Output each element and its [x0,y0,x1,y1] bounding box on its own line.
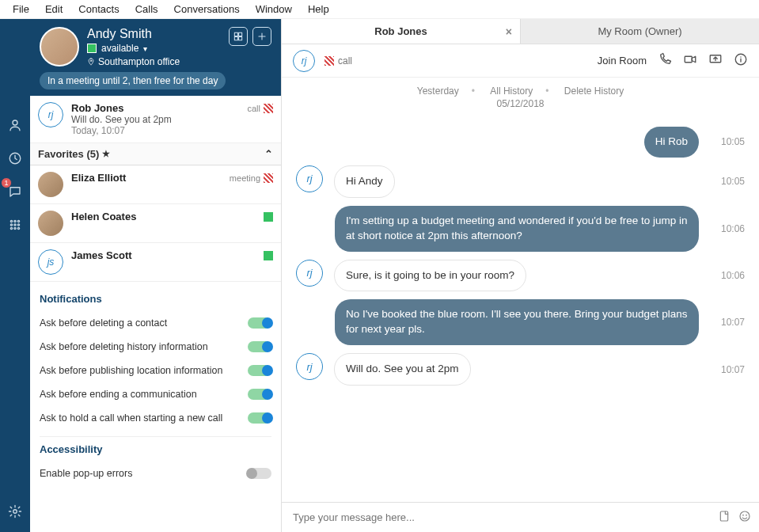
svg-point-5 [10,224,12,226]
toggle-switch[interactable] [248,389,271,400]
emoji-icon[interactable] [738,510,751,525]
contact-name: Helen Coates [71,211,136,222]
tab-label: Rob Jones [374,25,427,37]
close-icon[interactable]: × [506,25,512,38]
user-name: Andy Smith [87,27,229,41]
profile-block: Andy Smith available ▾ Southampton offic… [30,19,281,96]
svg-point-12 [90,60,92,62]
tab[interactable]: My Room (Owner) [520,19,759,44]
tab-bar: Rob Jones×My Room (Owner) [282,19,759,44]
chat-toolbar: rj call Join Room [282,44,759,78]
setting-row: Ask to hold a call when starting a new c… [40,406,271,430]
message-row: 10:07rjWill do. See you at 2pm10:07 [296,353,745,386]
svg-point-4 [17,220,19,222]
user-location: Southampton office [87,56,229,67]
star-icon: ★ [102,149,110,159]
nav-rail: 1 [0,19,30,532]
side-panel: Andy Smith available ▾ Southampton offic… [30,19,282,532]
svg-point-22 [743,515,744,515]
svg-point-23 [746,515,747,515]
menu-calls[interactable]: Calls [127,2,166,17]
svg-point-11 [13,510,17,514]
setting-label: Ask before deleting a contact [40,317,167,329]
message-avatar: rj [296,165,323,192]
setting-label: Enable pop-up errors [40,468,132,479]
favorite-item[interactable]: Helen Coates [30,204,281,243]
message-composer [282,502,759,532]
svg-point-6 [14,224,16,226]
history-yesterday-link[interactable]: Yesterday [411,86,465,97]
add-icon[interactable] [252,27,271,46]
contacts-icon[interactable] [4,114,26,136]
message-bubble: No I've booked the blue room. I'll see y… [335,299,699,345]
message-list: 10:05Hi Rob10:05rjHi Andy10:0510:06I'm s… [282,114,759,502]
user-avatar[interactable] [40,27,79,66]
svg-rect-20 [720,511,727,521]
contact-avatar [38,172,63,197]
menu-conversations[interactable]: Conversations [166,2,248,17]
status-label: meeting [230,173,260,183]
message-time: Today, 10:07 [71,125,273,136]
contacts-list: rj Rob Jones call Will do. See you at 2p… [30,96,281,532]
status-note[interactable]: In a meeting until 2, then free for the … [40,72,226,89]
setting-row: Ask before deleting a contact [40,311,271,335]
menu-edit[interactable]: Edit [37,2,70,17]
video-call-icon[interactable] [683,52,697,69]
history-all-link[interactable]: All History [484,86,539,97]
share-screen-icon[interactable] [708,52,723,69]
message-time: 10:06 [712,270,745,281]
svg-point-10 [17,227,19,229]
info-icon[interactable] [734,52,748,69]
join-room-button[interactable]: Join Room [598,55,647,66]
menu-file[interactable]: File [5,2,37,17]
contact-avatar: rj [38,102,63,127]
message-bubble: Will do. See you at 2pm [334,353,471,386]
grid-icon[interactable] [229,27,248,46]
svg-rect-16 [239,37,242,40]
menu-window[interactable]: Window [248,2,300,17]
contact-name: Eliza Elliott [71,172,126,184]
toggle-switch[interactable] [248,317,271,329]
menu-help[interactable]: Help [300,2,337,17]
favorites-header[interactable]: Favorites (5) ★ ⌃ [30,143,281,165]
attach-icon[interactable] [718,510,731,525]
chevron-up-icon: ⌃ [264,148,273,160]
notifications-header: Notifications [40,293,271,305]
message-time: 10:05 [708,136,745,147]
message-preview: Will do. See you at 2pm [71,114,273,125]
svg-rect-15 [234,37,237,40]
toggle-switch[interactable] [248,412,271,424]
chat-badge: 1 [1,177,12,188]
setting-label: Ask before ending a communication [40,389,197,400]
call-label: call [247,104,260,113]
message-input[interactable] [290,508,718,526]
recent-conversation[interactable]: rj Rob Jones call Will do. See you at 2p… [30,96,281,143]
dialpad-icon[interactable] [4,214,26,236]
favorite-item[interactable]: jsJames Scott [30,243,281,282]
presence-label: available [101,43,139,54]
tab[interactable]: Rob Jones× [282,19,520,44]
chat-icon[interactable]: 1 [4,180,26,203]
favorite-item[interactable]: Eliza Elliottmeeting [30,165,281,204]
audio-call-icon[interactable] [658,52,672,69]
accessibility-header: Accessibility [40,443,271,455]
toggle-switch[interactable] [248,365,271,376]
call-history-icon[interactable] [4,147,26,169]
svg-point-3 [14,220,16,222]
toggle-switch[interactable] [248,468,271,479]
toggle-switch[interactable] [248,341,271,352]
menu-bar: FileEditContactsCallsConversationsWindow… [0,0,759,19]
contact-avatar: js [38,249,63,275]
svg-point-2 [10,220,12,222]
message-bubble: Hi Andy [334,165,395,198]
call-status-label: call [338,55,352,66]
setting-label: Ask before publishing location informati… [40,365,222,376]
svg-rect-17 [685,56,692,63]
presence-selector[interactable]: available ▾ [87,43,229,54]
menu-contacts[interactable]: Contacts [70,2,127,17]
settings-icon[interactable] [4,500,26,522]
svg-rect-14 [239,32,242,36]
contact-name: Rob Jones [71,102,123,114]
message-avatar: rj [296,260,323,287]
history-delete-link[interactable]: Delete History [558,86,630,97]
